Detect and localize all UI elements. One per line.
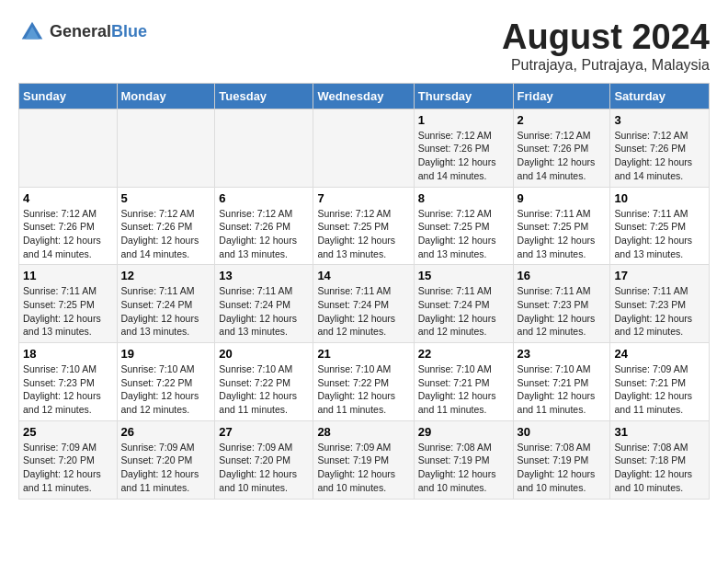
calendar-week-row: 1Sunrise: 7:12 AMSunset: 7:26 PMDaylight… <box>19 109 710 187</box>
day-number: 6 <box>219 191 309 205</box>
calendar-cell <box>117 109 215 187</box>
calendar-cell: 2Sunrise: 7:12 AMSunset: 7:26 PMDaylight… <box>513 109 610 187</box>
day-number: 10 <box>614 191 705 205</box>
calendar-week-row: 11Sunrise: 7:11 AMSunset: 7:25 PMDayligh… <box>19 265 710 343</box>
calendar-cell: 21Sunrise: 7:10 AMSunset: 7:22 PMDayligh… <box>313 343 414 421</box>
day-info: Sunrise: 7:09 AMSunset: 7:21 PMDaylight:… <box>614 363 692 415</box>
calendar-cell: 18Sunrise: 7:10 AMSunset: 7:23 PMDayligh… <box>19 343 118 421</box>
day-header: Wednesday <box>313 83 414 109</box>
day-header: Monday <box>117 83 215 109</box>
calendar-cell: 11Sunrise: 7:11 AMSunset: 7:25 PMDayligh… <box>19 265 118 343</box>
day-header: Saturday <box>610 83 710 109</box>
calendar-cell: 19Sunrise: 7:10 AMSunset: 7:22 PMDayligh… <box>117 343 215 421</box>
day-number: 12 <box>121 269 211 282</box>
day-info: Sunrise: 7:09 AMSunset: 7:20 PMDaylight:… <box>23 442 101 493</box>
day-info: Sunrise: 7:10 AMSunset: 7:22 PMDaylight:… <box>219 363 297 415</box>
calendar-cell: 3Sunrise: 7:12 AMSunset: 7:26 PMDaylight… <box>610 109 710 187</box>
day-info: Sunrise: 7:10 AMSunset: 7:23 PMDaylight:… <box>23 363 101 415</box>
calendar-cell: 28Sunrise: 7:09 AMSunset: 7:19 PMDayligh… <box>313 420 414 499</box>
day-number: 22 <box>418 347 509 361</box>
day-number: 16 <box>518 269 607 282</box>
day-info: Sunrise: 7:10 AMSunset: 7:21 PMDaylight:… <box>518 363 596 415</box>
calendar-cell: 5Sunrise: 7:12 AMSunset: 7:26 PMDaylight… <box>117 187 215 265</box>
day-header: Tuesday <box>215 83 313 109</box>
day-info: Sunrise: 7:11 AMSunset: 7:23 PMDaylight:… <box>518 285 596 337</box>
calendar-cell: 25Sunrise: 7:09 AMSunset: 7:20 PMDayligh… <box>19 420 118 499</box>
day-info: Sunrise: 7:11 AMSunset: 7:25 PMDaylight:… <box>23 285 101 337</box>
day-number: 11 <box>23 269 113 282</box>
day-info: Sunrise: 7:12 AMSunset: 7:26 PMDaylight:… <box>614 130 692 181</box>
day-number: 8 <box>418 191 509 205</box>
day-info: Sunrise: 7:09 AMSunset: 7:19 PMDaylight:… <box>317 442 395 493</box>
day-info: Sunrise: 7:12 AMSunset: 7:25 PMDaylight:… <box>317 208 395 259</box>
day-number: 27 <box>219 425 309 439</box>
calendar-cell <box>215 109 313 187</box>
day-info: Sunrise: 7:10 AMSunset: 7:21 PMDaylight:… <box>418 363 496 415</box>
logo-icon <box>18 18 46 46</box>
calendar-cell: 15Sunrise: 7:11 AMSunset: 7:24 PMDayligh… <box>414 265 513 343</box>
main-title: August 2024 <box>502 18 710 57</box>
calendar-cell <box>19 109 118 187</box>
day-info: Sunrise: 7:10 AMSunset: 7:22 PMDaylight:… <box>317 363 395 415</box>
day-info: Sunrise: 7:11 AMSunset: 7:24 PMDaylight:… <box>317 285 395 337</box>
day-number: 18 <box>23 347 113 361</box>
day-info: Sunrise: 7:08 AMSunset: 7:18 PMDaylight:… <box>614 442 692 493</box>
day-number: 24 <box>614 347 705 361</box>
calendar-cell: 27Sunrise: 7:09 AMSunset: 7:20 PMDayligh… <box>215 420 313 499</box>
logo: GeneralBlue <box>18 18 147 46</box>
day-number: 2 <box>518 113 607 127</box>
day-info: Sunrise: 7:12 AMSunset: 7:26 PMDaylight:… <box>518 130 596 181</box>
calendar-cell: 20Sunrise: 7:10 AMSunset: 7:22 PMDayligh… <box>215 343 313 421</box>
calendar-cell: 16Sunrise: 7:11 AMSunset: 7:23 PMDayligh… <box>513 265 610 343</box>
calendar-cell: 31Sunrise: 7:08 AMSunset: 7:18 PMDayligh… <box>610 420 710 499</box>
day-number: 31 <box>614 425 705 439</box>
calendar-cell: 6Sunrise: 7:12 AMSunset: 7:26 PMDaylight… <box>215 187 313 265</box>
day-number: 29 <box>418 425 509 439</box>
day-number: 19 <box>121 347 211 361</box>
day-info: Sunrise: 7:11 AMSunset: 7:23 PMDaylight:… <box>614 285 692 337</box>
day-number: 14 <box>317 269 409 282</box>
calendar-cell: 4Sunrise: 7:12 AMSunset: 7:26 PMDaylight… <box>19 187 118 265</box>
day-info: Sunrise: 7:08 AMSunset: 7:19 PMDaylight:… <box>518 442 596 493</box>
day-info: Sunrise: 7:12 AMSunset: 7:25 PMDaylight:… <box>418 208 496 259</box>
day-header: Friday <box>513 83 610 109</box>
calendar-cell: 30Sunrise: 7:08 AMSunset: 7:19 PMDayligh… <box>513 420 610 499</box>
logo-blue: Blue <box>111 22 147 40</box>
day-number: 3 <box>614 113 705 127</box>
calendar-cell: 7Sunrise: 7:12 AMSunset: 7:25 PMDaylight… <box>313 187 414 265</box>
subtitle: Putrajaya, Putrajaya, Malaysia <box>502 57 710 74</box>
day-number: 21 <box>317 347 409 361</box>
calendar-week-row: 25Sunrise: 7:09 AMSunset: 7:20 PMDayligh… <box>19 420 710 499</box>
calendar-cell: 10Sunrise: 7:11 AMSunset: 7:25 PMDayligh… <box>610 187 710 265</box>
title-section: August 2024 Putrajaya, Putrajaya, Malays… <box>502 18 710 74</box>
calendar-cell: 24Sunrise: 7:09 AMSunset: 7:21 PMDayligh… <box>610 343 710 421</box>
header: GeneralBlue August 2024 Putrajaya, Putra… <box>18 18 710 74</box>
logo-general: General <box>50 22 111 40</box>
calendar-week-row: 4Sunrise: 7:12 AMSunset: 7:26 PMDaylight… <box>19 187 710 265</box>
day-number: 23 <box>518 347 607 361</box>
day-number: 30 <box>518 425 607 439</box>
calendar-cell: 9Sunrise: 7:11 AMSunset: 7:25 PMDaylight… <box>513 187 610 265</box>
day-info: Sunrise: 7:09 AMSunset: 7:20 PMDaylight:… <box>219 442 297 493</box>
day-header: Thursday <box>414 83 513 109</box>
day-header: Sunday <box>19 83 118 109</box>
day-info: Sunrise: 7:11 AMSunset: 7:25 PMDaylight:… <box>518 208 596 259</box>
day-info: Sunrise: 7:09 AMSunset: 7:20 PMDaylight:… <box>121 442 199 493</box>
day-number: 17 <box>614 269 705 282</box>
day-info: Sunrise: 7:11 AMSunset: 7:25 PMDaylight:… <box>614 208 692 259</box>
calendar-cell: 13Sunrise: 7:11 AMSunset: 7:24 PMDayligh… <box>215 265 313 343</box>
day-info: Sunrise: 7:11 AMSunset: 7:24 PMDaylight:… <box>121 285 199 337</box>
day-number: 13 <box>219 269 309 282</box>
day-number: 20 <box>219 347 309 361</box>
day-number: 26 <box>121 425 211 439</box>
day-info: Sunrise: 7:11 AMSunset: 7:24 PMDaylight:… <box>418 285 496 337</box>
calendar-week-row: 18Sunrise: 7:10 AMSunset: 7:23 PMDayligh… <box>19 343 710 421</box>
day-info: Sunrise: 7:10 AMSunset: 7:22 PMDaylight:… <box>121 363 199 415</box>
day-number: 7 <box>317 191 409 205</box>
day-info: Sunrise: 7:12 AMSunset: 7:26 PMDaylight:… <box>23 208 101 259</box>
day-number: 9 <box>518 191 607 205</box>
calendar-cell: 1Sunrise: 7:12 AMSunset: 7:26 PMDaylight… <box>414 109 513 187</box>
calendar-cell: 14Sunrise: 7:11 AMSunset: 7:24 PMDayligh… <box>313 265 414 343</box>
header-row: SundayMondayTuesdayWednesdayThursdayFrid… <box>19 83 710 109</box>
calendar-cell <box>313 109 414 187</box>
